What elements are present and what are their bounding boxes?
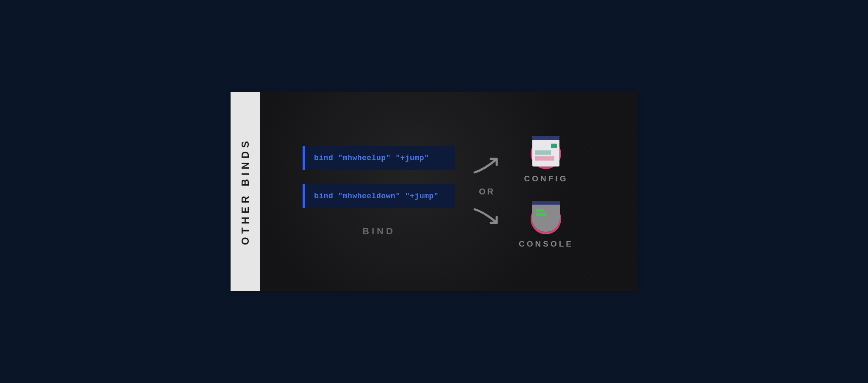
console-icon: [529, 200, 563, 233]
config-file-icon: [529, 134, 563, 168]
target-console: CONSOLE: [519, 200, 573, 249]
bind-column: bind "mhwheelup" "+jump" bind "mhwheeldo…: [303, 146, 455, 237]
target-config: CONFIG: [524, 134, 568, 183]
or-label: OR: [479, 187, 495, 197]
targets-column: CONFIG CONSOLE: [519, 134, 573, 249]
sidebar: OTHER BINDS: [231, 92, 260, 291]
bind-code-2: bind "mhwheeldown" "+jump": [303, 184, 455, 208]
arrow-down-icon: [472, 205, 502, 230]
bind-section-label: BIND: [362, 226, 395, 237]
arrows-column: OR: [472, 154, 502, 230]
sidebar-title: OTHER BINDS: [239, 138, 251, 245]
arrow-up-icon: [472, 154, 502, 178]
bind-code-1: bind "mhwheelup" "+jump": [303, 146, 455, 170]
config-label: CONFIG: [524, 174, 568, 183]
console-label: CONSOLE: [519, 239, 573, 249]
content-panel: bind "mhwheelup" "+jump" bind "mhwheeldo…: [260, 92, 637, 291]
binds-card: OTHER BINDS bind "mhwheelup" "+jump" bin…: [231, 92, 637, 291]
